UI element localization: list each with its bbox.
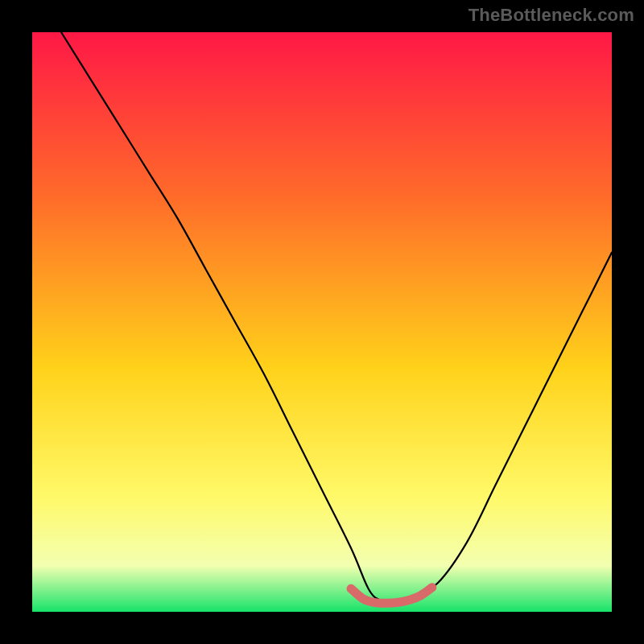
watermark-text: TheBottleneck.com — [469, 5, 634, 26]
chart-frame: TheBottleneck.com — [0, 0, 644, 644]
plot-svg — [32, 32, 612, 612]
plot-area — [32, 32, 612, 612]
gradient-bg — [32, 32, 612, 612]
